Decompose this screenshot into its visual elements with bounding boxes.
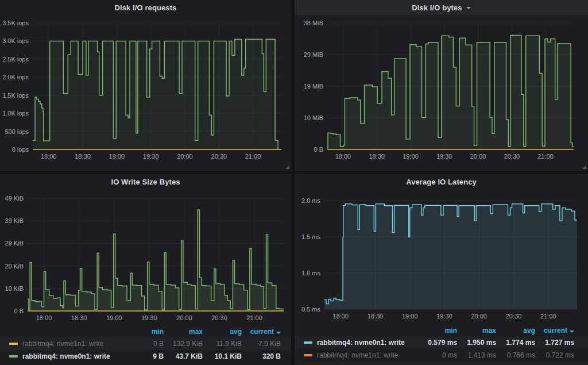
- x-axis-tick-label: 19:30: [436, 313, 452, 320]
- x-axis-tick-label: 20:00: [177, 153, 193, 160]
- panel-resize-handle[interactable]: [285, 165, 289, 169]
- y-axis-tick-label: 20 KiB: [5, 263, 24, 270]
- sort-caret-icon: [570, 331, 574, 333]
- x-axis-tick-label: 18:00: [41, 153, 57, 160]
- legend-sort-max[interactable]: max: [164, 328, 203, 336]
- legend-series-label[interactable]: rabbitmq4: nvme1n1: write: [22, 340, 103, 348]
- y-axis-tick-label: 39 KiB: [5, 217, 24, 224]
- legend-value-current: 320 B: [242, 352, 281, 360]
- panel-header: Average IO Latency: [295, 174, 588, 189]
- io-write-size-chart[interactable]: 0 B10 KiB20 KiB29 KiB39 KiB49 KiB18:0018…: [0, 189, 291, 326]
- legend-value-avg: 10.1 KiB: [203, 352, 242, 360]
- x-axis-tick-label: 18:30: [369, 153, 385, 160]
- x-axis-tick-label: 20:00: [471, 313, 487, 320]
- y-axis-tick-label: 49 KiB: [5, 195, 24, 202]
- y-axis-tick-label: 1.0 ms: [301, 270, 321, 276]
- legend-value-avg: 11.9 KiB: [203, 340, 242, 348]
- legend-table: minmaxavgcurrentrabbitmq4: nvme0n1: writ…: [295, 325, 588, 364]
- legend-sort-min[interactable]: min: [125, 328, 164, 336]
- panel-header: IO Write Size Bytes: [0, 174, 291, 189]
- x-axis-tick-label: 19:30: [141, 314, 157, 321]
- x-axis-tick-label: 20:30: [504, 153, 520, 160]
- disk-io-requests-chart[interactable]: 0 iops500 iops1.0K iops1.5K iops2.0K iop…: [0, 15, 291, 167]
- x-axis-tick-label: 20:30: [506, 313, 522, 320]
- legend-header: minmaxavgcurrent: [0, 326, 291, 337]
- y-axis-tick-label: 10 KiB: [5, 285, 24, 292]
- legend-sort-min[interactable]: min: [418, 326, 457, 335]
- legend-value-current: 7.9 KiB: [242, 340, 281, 348]
- panel-disk-io-bytes: Disk I/O bytes 0 B10 MiB19 MiB29 MiB38 M…: [295, 0, 588, 171]
- x-axis-tick-label: 18:30: [368, 313, 384, 320]
- legend-sort-current[interactable]: current: [242, 328, 281, 336]
- x-axis-tick-label: 19:00: [106, 314, 122, 321]
- y-axis-tick-label: 3.5K iops: [2, 20, 29, 26]
- legend-row-partial: [295, 362, 588, 364]
- x-axis-tick-label: 20:00: [470, 153, 486, 160]
- panel-header: Disk I/O bytes: [295, 0, 588, 15]
- y-axis-tick-label: 3.0K iops: [2, 37, 29, 44]
- panel-disk-io-requests: Disk I/O requests 0 iops500 iops1.0K iop…: [0, 0, 291, 171]
- y-axis-tick-label: 1.0K iops: [2, 110, 29, 117]
- legend-value-avg: 1.774 ms: [496, 339, 535, 347]
- legend-color-swatch[interactable]: [304, 354, 312, 356]
- legend-value-max: 132.9 KiB: [164, 340, 203, 348]
- x-axis-tick-label: 19:30: [436, 153, 452, 160]
- y-axis-tick-label: 38 MiB: [304, 20, 323, 26]
- x-axis-tick-label: 18:30: [71, 314, 87, 321]
- panel-title[interactable]: Disk I/O requests: [115, 3, 177, 12]
- legend-color-swatch[interactable]: [304, 341, 312, 344]
- panel-title[interactable]: Disk I/O bytes: [412, 3, 462, 12]
- y-axis-tick-label: 2.0 ms: [301, 197, 321, 204]
- legend-sort-max[interactable]: max: [457, 326, 496, 335]
- panel-resize-handle[interactable]: [582, 165, 586, 169]
- y-axis-tick-label: 2.0K iops: [2, 74, 29, 80]
- y-axis-tick-label: 29 MiB: [304, 51, 323, 58]
- legend-sort-current[interactable]: current: [535, 326, 574, 335]
- series-area: [324, 204, 577, 309]
- legend-series-label[interactable]: rabbitmq4: nvme1n1: write: [317, 351, 398, 359]
- y-axis-tick-label: 10 MiB: [304, 114, 323, 121]
- panel-title[interactable]: IO Write Size Bytes: [111, 178, 180, 186]
- panel-average-io-latency: Average IO Latency 0.5 ms1.0 ms1.5 ms2.0…: [295, 174, 588, 365]
- series-area: [28, 210, 284, 311]
- x-axis-tick-label: 20:30: [211, 153, 227, 160]
- y-axis-tick-label: 0 B: [14, 308, 24, 314]
- y-axis-tick-label: 19 MiB: [304, 83, 323, 90]
- legend-row: rabbitmq4: nvme1n1: write0 ms1.413 ms0.7…: [295, 349, 588, 362]
- legend-value-min: 0 ms: [418, 351, 457, 359]
- legend-value-avg: 0.766 ms: [496, 351, 535, 359]
- legend-series: rabbitmq4: nvme0n1: write: [304, 339, 418, 347]
- legend-series-label[interactable]: rabbitmq4: nvme0n1: write: [22, 352, 110, 360]
- y-axis-tick-label: 0.5 ms: [301, 306, 321, 313]
- legend-value-min: 0 B: [125, 340, 164, 348]
- panel-title[interactable]: Average IO Latency: [406, 178, 477, 186]
- legend-value-min: 0.579 ms: [418, 339, 457, 347]
- legend-value-current: 1.727 ms: [535, 339, 574, 347]
- legend-table: minmaxavgcurrentrabbitmq4: nvme1n1: writ…: [0, 326, 291, 363]
- y-axis-tick-label: 1.5 ms: [301, 233, 321, 240]
- series-area: [33, 39, 278, 149]
- legend-row: rabbitmq4: nvme0n1: write9 B43.7 KiB10.1…: [0, 350, 291, 363]
- legend-color-swatch[interactable]: [9, 355, 18, 358]
- average-io-latency-chart[interactable]: 0.5 ms1.0 ms1.5 ms2.0 ms18:0018:3019:001…: [295, 189, 588, 325]
- x-axis-tick-label: 18:00: [335, 153, 351, 160]
- panel-header: Disk I/O requests: [0, 0, 291, 15]
- x-axis-tick-label: 19:30: [143, 153, 159, 160]
- legend-sort-avg[interactable]: avg: [496, 326, 535, 335]
- legend-series: rabbitmq4: nvme1n1: write: [304, 351, 418, 359]
- x-axis-tick-label: 18:00: [36, 314, 52, 321]
- legend-series-label[interactable]: rabbitmq4: nvme0n1: write: [317, 339, 405, 347]
- grafana-dashboard: { "theme":{ "page_bg":"#121316","panel_b…: [0, 0, 588, 365]
- panel-menu-caret-icon[interactable]: [466, 7, 471, 9]
- y-axis-tick-label: 0 B: [314, 146, 323, 153]
- legend-value-max: 1.413 ms: [457, 351, 496, 359]
- disk-io-bytes-chart[interactable]: 0 B10 MiB19 MiB29 MiB38 MiB18:0018:3019:…: [295, 15, 588, 167]
- legend-color-swatch[interactable]: [9, 343, 18, 345]
- legend-header: minmaxavgcurrent: [295, 325, 588, 336]
- legend-sort-avg[interactable]: avg: [203, 328, 242, 336]
- x-axis-tick-label: 18:00: [332, 313, 349, 320]
- x-axis-tick-label: 21:00: [540, 313, 556, 320]
- x-axis-tick-label: 19:00: [109, 153, 125, 160]
- legend-series: rabbitmq4: nvme1n1: write: [9, 340, 125, 348]
- y-axis-tick-label: 0 iops: [12, 146, 29, 153]
